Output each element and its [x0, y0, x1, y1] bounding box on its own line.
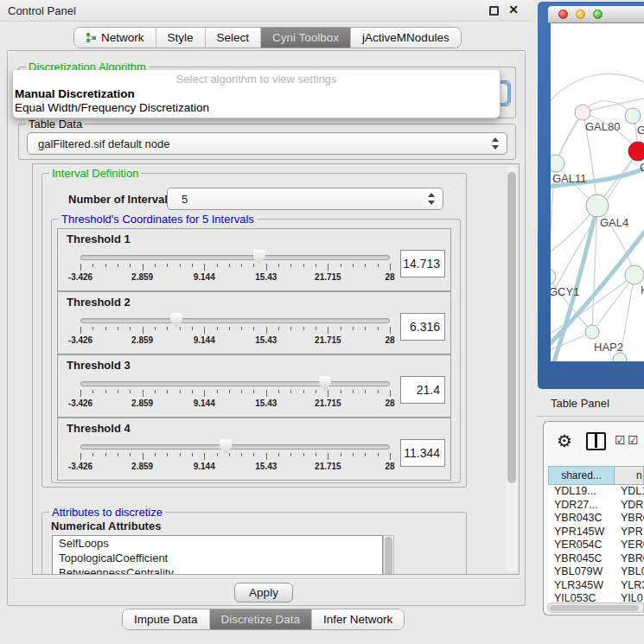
- tab-style[interactable]: Style: [156, 28, 206, 48]
- network-node-label: C: [640, 161, 644, 174]
- cell-shared-name: YPR145W: [548, 526, 615, 539]
- tab-cyni-toolbox[interactable]: Cyni Toolbox: [261, 28, 351, 48]
- network-node-label: GCY1: [551, 285, 579, 298]
- table-row[interactable]: YBL079WYBL0: [548, 565, 644, 579]
- table-row[interactable]: YER054CYER0: [548, 539, 644, 552]
- tab-label: Select: [217, 31, 250, 44]
- threshold-value-field[interactable]: 6.316: [400, 313, 445, 341]
- network-node-label: GAL11: [552, 172, 587, 185]
- control-panel-window: Control Panel ✕ NetworkStyleSelectCyni T…: [0, 0, 533, 644]
- network-node-gal11[interactable]: [551, 155, 564, 172]
- threshold-slider-track[interactable]: [80, 255, 390, 260]
- table-row[interactable]: YIL053CYIL0: [548, 592, 644, 603]
- slider-tick-labels: -3.4262.8599.14415.4321.71528: [80, 335, 390, 346]
- column-header-name[interactable]: n: [615, 466, 644, 485]
- table-row[interactable]: YBR045CYBR0: [548, 552, 644, 566]
- threshold-value-field[interactable]: 11.344: [400, 439, 445, 467]
- gear-icon[interactable]: ⚙: [557, 430, 572, 451]
- mac-zoom-icon[interactable]: [593, 10, 603, 19]
- network-node-gal4[interactable]: [586, 194, 609, 217]
- settings-scrollbar-thumb[interactable]: [507, 172, 516, 483]
- network-node-g[interactable]: [625, 108, 641, 124]
- table-data-group-title: Table Data: [26, 118, 85, 131]
- mac-close-icon[interactable]: [558, 10, 568, 19]
- attributes-group: Attributes to discretize Numerical Attri…: [41, 512, 467, 575]
- table-row[interactable]: YBR043CYBR0: [548, 512, 644, 526]
- settings-scrollbar[interactable]: [507, 166, 517, 572]
- attribute-list-item[interactable]: BetweennessCentrality: [53, 565, 382, 575]
- attributes-list-scrollbar[interactable]: [383, 535, 394, 575]
- table-body: YDL19...YDL1YDR27...YDR2YBR043CYBR0YPR14…: [548, 485, 644, 603]
- network-node-h[interactable]: [625, 265, 644, 284]
- threshold-slider-thumb[interactable]: [253, 250, 265, 265]
- table-row[interactable]: YLR345WYLR3: [548, 579, 644, 593]
- tick-label: 28: [385, 272, 394, 282]
- threshold-slider-track[interactable]: [80, 381, 390, 386]
- tab-infer-network[interactable]: Infer Network: [312, 609, 404, 629]
- tab-select[interactable]: Select: [206, 28, 262, 48]
- number-of-intervals-value: 5: [182, 193, 188, 206]
- tick-label: 15.43: [255, 335, 277, 345]
- table-panel-title: Table Panel: [551, 397, 609, 410]
- threshold-slider-track[interactable]: [80, 444, 390, 450]
- tick-label: 2.859: [131, 462, 153, 471]
- threshold-slider-thumb[interactable]: [319, 376, 331, 391]
- top-tabbar: NetworkStyleSelectCyni ToolboxjActiveMNo…: [73, 27, 462, 48]
- network-node-gcy1[interactable]: [551, 269, 556, 284]
- tab-jactivemnodules[interactable]: jActiveMNodules: [351, 28, 461, 48]
- network-window-titlebar: [548, 6, 644, 23]
- table-row[interactable]: YDR27...YDR2: [548, 499, 644, 513]
- tick-label: 9.144: [194, 462, 215, 471]
- algorithm-dropdown-popup: Select algorithm to view settings Manual…: [12, 70, 501, 118]
- attributes-list-scrollbar-thumb[interactable]: [385, 537, 392, 575]
- table-horizontal-scrollbar-thumb[interactable]: [550, 605, 639, 611]
- network-canvas[interactable]: GAL80GCGAL11GAL4GCY1HHAP2: [551, 23, 644, 361]
- split-columns-icon[interactable]: [586, 432, 606, 450]
- checkbox-icon[interactable]: ☑: [628, 433, 639, 447]
- slider-ticks: [80, 453, 390, 461]
- apply-button[interactable]: Apply: [234, 583, 293, 603]
- apply-divider: [12, 578, 520, 579]
- threshold-label: Threshold 1: [67, 233, 131, 245]
- checkbox-icon[interactable]: ☑: [615, 433, 626, 447]
- network-node[interactable]: [613, 353, 627, 361]
- number-of-intervals-combobox[interactable]: 5: [167, 188, 443, 210]
- table-row[interactable]: YDL19...YDL1: [548, 485, 644, 499]
- threshold-panel-2: Threshold 2-3.4262.8599.14415.4321.71528…: [57, 291, 451, 354]
- algorithm-option-equal-width[interactable]: Equal Width/Frequency Discretization: [15, 101, 209, 114]
- slider-tick-labels: -3.4262.8599.14415.4321.71528: [80, 272, 390, 283]
- table-row[interactable]: YPR145WYPR1: [548, 526, 644, 539]
- threshold-value-field[interactable]: 14.713: [400, 250, 445, 277]
- mac-minimize-icon[interactable]: [576, 10, 585, 19]
- table-horizontal-scrollbar[interactable]: [547, 603, 644, 613]
- cell-shared-name: YBL079W: [548, 565, 615, 579]
- threshold-value-field[interactable]: 21.4: [400, 376, 445, 404]
- algorithm-option-manual[interactable]: Manual Discretization: [15, 87, 135, 100]
- network-tab-icon: [86, 32, 97, 43]
- threshold-slider-thumb[interactable]: [220, 439, 232, 454]
- tick-label: 21.715: [315, 272, 341, 282]
- cell-name: YDL1: [615, 485, 644, 499]
- network-node-hap2[interactable]: [585, 325, 599, 339]
- settings-scrollpane: Interval Definition Number of Intervals …: [32, 163, 520, 575]
- network-node-c[interactable]: [628, 142, 644, 161]
- tab-impute-data[interactable]: Impute Data: [123, 609, 210, 629]
- threshold-slider-thumb[interactable]: [170, 313, 182, 328]
- network-edge[interactable]: [592, 275, 634, 332]
- attribute-list-item[interactable]: SelfLoops: [53, 536, 382, 551]
- network-node-gal80[interactable]: [575, 105, 590, 120]
- attribute-list-item[interactable]: TopologicalCoefficient: [53, 551, 382, 565]
- close-icon[interactable]: ✕: [508, 3, 519, 16]
- tab-network[interactable]: Network: [74, 28, 156, 48]
- cell-name: YLR3: [615, 579, 644, 593]
- slider-ticks: [80, 264, 390, 271]
- cell-shared-name: YBR043C: [548, 512, 615, 526]
- table-data-combobox[interactable]: galFiltered.sif default node: [27, 132, 507, 155]
- float-window-icon[interactable]: [489, 6, 499, 16]
- tab-discretize-data[interactable]: Discretize Data: [210, 609, 313, 629]
- threshold-slider-track[interactable]: [80, 318, 390, 323]
- column-header-shared[interactable]: shared...: [548, 466, 615, 485]
- tab-label: Network: [101, 31, 144, 44]
- threshold-label: Threshold 4: [67, 422, 131, 435]
- algorithm-dropdown-prompt: Select algorithm to view settings: [13, 73, 500, 86]
